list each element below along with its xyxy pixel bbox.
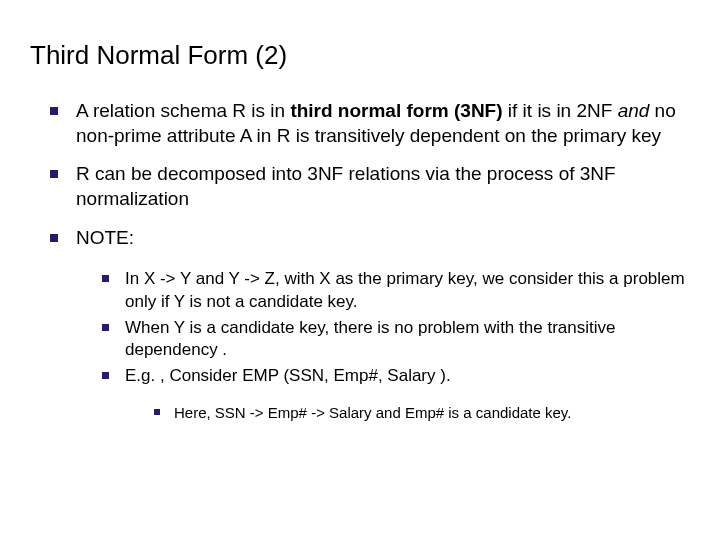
slide-title: Third Normal Form (2) bbox=[30, 40, 690, 71]
list-item: Here, SSN -> Emp# -> Salary and Emp# is … bbox=[30, 403, 690, 423]
list-item-text: NOTE: bbox=[76, 226, 690, 251]
list-item-text: Here, SSN -> Emp# -> Salary and Emp# is … bbox=[174, 403, 690, 423]
list-item: When Y is a candidate key, there is no p… bbox=[30, 317, 690, 361]
list-item-text: When Y is a candidate key, there is no p… bbox=[125, 317, 690, 361]
list-item: In X -> Y and Y -> Z, with X as the prim… bbox=[30, 268, 690, 312]
list-item: A relation schema R is in third normal f… bbox=[30, 99, 690, 148]
square-bullet-icon bbox=[50, 107, 58, 115]
list-item-text: In X -> Y and Y -> Z, with X as the prim… bbox=[125, 268, 690, 312]
list-item-text: E.g. , Consider EMP (SSN, Emp#, Salary )… bbox=[125, 365, 690, 387]
square-bullet-icon bbox=[102, 275, 109, 282]
square-bullet-icon bbox=[50, 234, 58, 242]
list-item: NOTE: bbox=[30, 226, 690, 251]
list-item: E.g. , Consider EMP (SSN, Emp#, Salary )… bbox=[30, 365, 690, 387]
bullet-list: A relation schema R is in third normal f… bbox=[30, 99, 690, 422]
square-bullet-icon bbox=[102, 324, 109, 331]
list-item: R can be decomposed into 3NF relations v… bbox=[30, 162, 690, 211]
square-bullet-icon bbox=[154, 409, 160, 415]
square-bullet-icon bbox=[102, 372, 109, 379]
square-bullet-icon bbox=[50, 170, 58, 178]
list-item-text: A relation schema R is in third normal f… bbox=[76, 99, 690, 148]
list-item-text: R can be decomposed into 3NF relations v… bbox=[76, 162, 690, 211]
